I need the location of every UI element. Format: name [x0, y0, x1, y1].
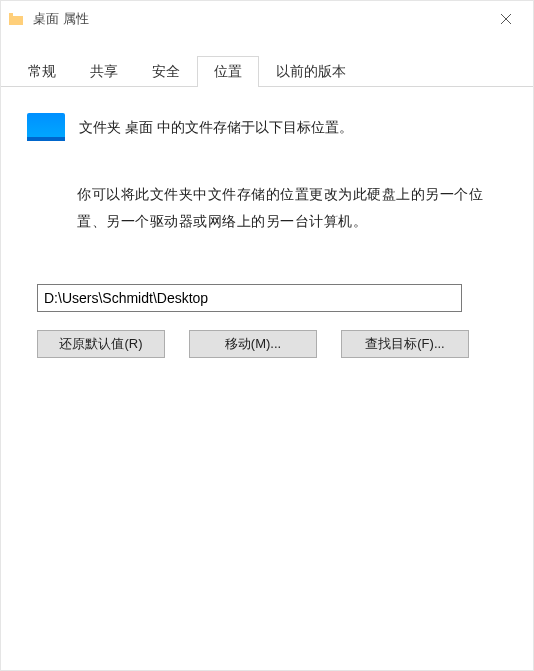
location-path-input[interactable] [37, 284, 462, 312]
tab-content-location: 文件夹 桌面 中的文件存储于以下目标位置。 你可以将此文件夹中文件存储的位置更改… [1, 87, 533, 670]
action-button-row: 还原默认值(R) 移动(M)... 查找目标(F)... [37, 330, 507, 358]
restore-default-button[interactable]: 还原默认值(R) [37, 330, 165, 358]
description-row: 文件夹 桌面 中的文件存储于以下目标位置。 [27, 113, 507, 141]
tab-previous-versions[interactable]: 以前的版本 [259, 56, 363, 87]
tab-strip: 常规 共享 安全 位置 以前的版本 [1, 47, 533, 87]
tab-security[interactable]: 安全 [135, 56, 197, 87]
close-icon [501, 14, 511, 24]
tab-location[interactable]: 位置 [197, 56, 259, 87]
titlebar: 桌面 属性 [1, 1, 533, 37]
folder-icon [9, 11, 25, 27]
tab-general[interactable]: 常规 [11, 56, 73, 87]
window-title: 桌面 属性 [33, 10, 483, 28]
properties-dialog: 桌面 属性 常规 共享 安全 位置 以前的版本 文件夹 桌面 中的文件存储于以下… [0, 0, 534, 671]
explanation-text: 你可以将此文件夹中文件存储的位置更改为此硬盘上的另一个位置、另一个驱动器或网络上… [77, 181, 507, 234]
close-button[interactable] [483, 3, 529, 35]
move-button[interactable]: 移动(M)... [189, 330, 317, 358]
description-text: 文件夹 桌面 中的文件存储于以下目标位置。 [79, 117, 353, 138]
tab-sharing[interactable]: 共享 [73, 56, 135, 87]
desktop-icon [27, 113, 65, 141]
find-target-button[interactable]: 查找目标(F)... [341, 330, 469, 358]
